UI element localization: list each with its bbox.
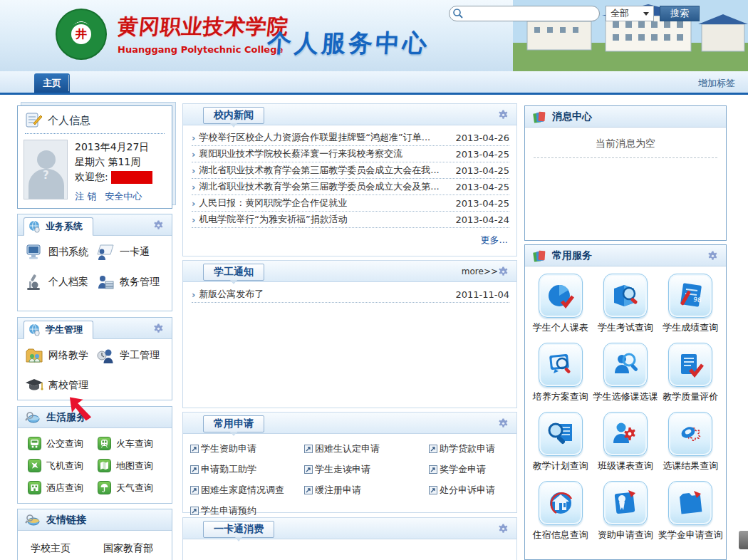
service-score-query[interactable]: 98 学生成绩查询 xyxy=(658,274,723,334)
apply-label: 奖学金申请 xyxy=(440,463,486,476)
news-item[interactable]: ›机电学院举行“为雅安祈福”捐款活动2013-04-24 xyxy=(192,212,509,228)
doc-check-icon xyxy=(675,349,706,380)
magnifier-doc-icon xyxy=(545,418,576,450)
person-clock-icon xyxy=(96,346,115,365)
news-item[interactable]: ›湖北省职业技术教育学会第三届教学委员会成立大会及第...2013-04-25 xyxy=(192,179,509,195)
apply-item-poverty[interactable]: 困难生认定申请 xyxy=(304,442,429,455)
news-bullet-icon: › xyxy=(192,182,195,192)
news-item[interactable]: ›人民日报：黄冈职院学企合作促就业2013-04-25 xyxy=(192,195,509,212)
card-consume-tab[interactable]: 一卡通消费 xyxy=(203,521,274,538)
chevron-down-icon xyxy=(643,12,649,16)
news-title: 机电学院举行“为雅安祈福”捐款活动 xyxy=(199,213,454,226)
common-services-panel: 常用服务 学生个人课表 学生考试查询 98 学生成绩查询 培养方案查询 学生选修… xyxy=(524,244,727,560)
folder-people-icon xyxy=(25,346,43,365)
gear-icon[interactable] xyxy=(152,323,165,335)
service-exam-query[interactable]: 学生考试查询 xyxy=(593,274,658,334)
train-icon xyxy=(98,437,111,450)
student-notice-tab[interactable]: 学工通知 xyxy=(203,264,264,281)
search-button[interactable]: 搜索 xyxy=(660,6,700,21)
tab-bar: 主页 增加标签 xyxy=(0,71,748,95)
business-systems-tab[interactable]: 业务系统 xyxy=(24,217,93,236)
award-folder-icon xyxy=(610,487,641,519)
tab-home[interactable]: 主页 xyxy=(34,73,70,93)
service-aid-query[interactable]: 资助申请查询 xyxy=(593,481,658,541)
gear-icon[interactable] xyxy=(497,418,509,430)
logout-link[interactable]: 注 销 xyxy=(75,191,96,202)
add-tab-link[interactable]: 增加标签 xyxy=(698,77,735,90)
magnifier-globe-icon xyxy=(25,410,41,425)
service-scholarship-query[interactable]: 奖学金申请查询 xyxy=(658,481,723,541)
folder-flag-icon xyxy=(675,487,706,519)
gear-icon[interactable] xyxy=(152,219,165,232)
card-consume-panel: 一卡通消费 xyxy=(182,517,517,560)
service-training-plan[interactable]: 培养方案查询 xyxy=(528,343,593,403)
service-class-timetable[interactable]: 班级课表查询 xyxy=(593,412,658,472)
student-mgmt-title: 学生管理 xyxy=(46,323,83,336)
service-teaching-eval[interactable]: 教学质量评价 xyxy=(658,343,723,403)
apply-label: 困难生家庭情况调查 xyxy=(201,484,284,497)
link-moe[interactable]: 国家教育部 xyxy=(103,542,153,555)
service-label: 选课结果查询 xyxy=(663,460,718,472)
security-center-link[interactable]: 安全中心 xyxy=(105,191,142,202)
biz-item-archive[interactable]: 个人档案 xyxy=(25,273,96,291)
link-school-home[interactable]: 学校主页 xyxy=(31,542,71,555)
life-item-hotel[interactable]: 酒店查询 xyxy=(28,481,98,494)
service-label: 学生选修课选课 xyxy=(593,390,658,403)
news-item[interactable]: ›湖北省职业技术教育学会第三届教学委员会成立大会在我...2013-04-25 xyxy=(192,162,509,179)
service-elective-select[interactable]: 学生选修课选课 xyxy=(593,343,658,403)
news-more-link[interactable]: 更多... xyxy=(481,234,508,245)
search-input[interactable] xyxy=(464,7,592,20)
search-icon xyxy=(452,8,464,19)
stu-item-elearning[interactable]: 网络教学 xyxy=(25,346,96,365)
apply-item-loan[interactable]: 助学贷款申请 xyxy=(429,442,527,455)
news-date: 2013-04-25 xyxy=(454,182,509,192)
person-magnifier-icon xyxy=(610,349,641,380)
news-item[interactable]: ›学校举行区校企人力资源合作联盟挂牌暨“鸿超准”订单...2013-04-26 xyxy=(192,130,509,146)
life-item-map[interactable]: 地图查询 xyxy=(98,459,167,472)
campus-news-tab[interactable]: 校内新闻 xyxy=(203,107,264,124)
notice-item[interactable]: ›新版公寓发布了2011-11-04 xyxy=(192,286,509,303)
friend-links-panel: 友情链接 学校主页 国家教育部 xyxy=(17,509,172,560)
service-course-result[interactable]: 选课结果查询 xyxy=(658,412,723,472)
news-item[interactable]: ›襄阳职业技术学院校长蔡泽寰一行来我校考察交流2013-04-25 xyxy=(192,146,509,162)
apply-item-familysurvey[interactable]: 困难生家庭情况调查 xyxy=(190,484,304,497)
biz-item-library[interactable]: 图书系统 xyxy=(25,243,96,261)
life-item-flight[interactable]: 飞机查询 xyxy=(28,459,98,472)
apply-item-deferreg[interactable]: 缓注册申请 xyxy=(304,484,429,497)
common-apply-tab[interactable]: 常用申请 xyxy=(203,415,264,432)
side-widget-handle[interactable] xyxy=(739,531,748,549)
apply-item-reserve[interactable]: 学生申请预约 xyxy=(190,504,304,517)
college-name-en: Huanggang Polytechnic College xyxy=(118,44,271,55)
personal-info-title: 个人信息 xyxy=(48,114,90,128)
service-dorm-info[interactable]: 住宿信息查询 xyxy=(528,481,593,541)
stu-item-label: 学工管理 xyxy=(120,349,160,362)
apply-item-daystudent[interactable]: 学生走读申请 xyxy=(304,463,429,476)
life-item-bus[interactable]: 公交查询 xyxy=(28,437,98,450)
gear-icon[interactable] xyxy=(497,109,509,121)
apply-label: 处分申诉申请 xyxy=(440,484,495,497)
service-teaching-plan[interactable]: 教学计划查询 xyxy=(528,412,593,472)
biz-item-academic[interactable]: 教务管理 xyxy=(96,273,167,291)
week-info: 星期六 第11周 xyxy=(75,155,152,170)
life-item-weather[interactable]: 天气查询 xyxy=(98,481,167,494)
life-item-train[interactable]: 火车查询 xyxy=(98,437,167,450)
service-label: 培养方案查询 xyxy=(533,390,588,403)
stu-item-studentwork[interactable]: 学工管理 xyxy=(96,346,167,365)
link-square-icon xyxy=(190,465,199,474)
gear-icon[interactable] xyxy=(497,266,509,278)
notice-title: 新版公寓发布了 xyxy=(199,288,454,301)
student-mgmt-tab[interactable]: 学生管理 xyxy=(24,321,93,339)
apply-item-appeal[interactable]: 处分申诉申请 xyxy=(429,484,527,497)
gear-icon[interactable] xyxy=(497,523,509,535)
apply-item-scholarship[interactable]: 奖学金申请 xyxy=(429,463,527,476)
biz-item-onecard[interactable]: 一卡通 xyxy=(96,243,167,261)
search-scope-value: 全部 xyxy=(611,7,629,20)
notice-more-link[interactable]: more>> xyxy=(462,266,498,276)
apply-item-workstudy[interactable]: 申请勤工助学 xyxy=(190,463,304,476)
search-scope-dropdown[interactable]: 全部 xyxy=(606,6,654,21)
service-personal-timetable[interactable]: 学生个人课表 xyxy=(528,274,593,334)
gear-icon[interactable] xyxy=(707,250,719,262)
search-box[interactable] xyxy=(449,6,600,21)
student-mgmt-panel: 学生管理 网络教学 学工管理 离校管理 xyxy=(17,317,172,400)
apply-item-aid[interactable]: 学生资助申请 xyxy=(190,442,304,455)
